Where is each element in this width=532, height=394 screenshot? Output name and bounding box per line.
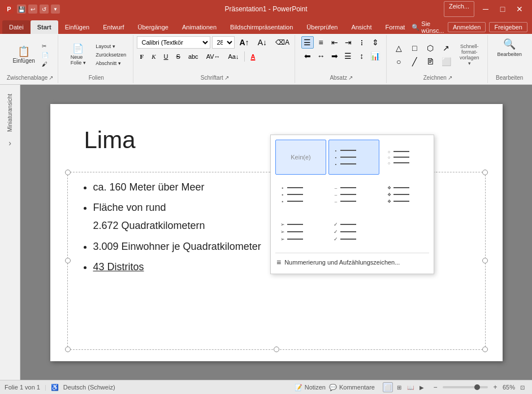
bullet-diamond-cell[interactable]: ❖ ❖ ❖ — [382, 177, 432, 212]
font-name-select[interactable]: Calibri (Textkör — [137, 36, 210, 49]
paste-button[interactable]: 📋 Einfügen — [9, 44, 38, 66]
line-spacing-button[interactable]: ↕ — [356, 50, 368, 62]
decrease-font-button[interactable]: A↓ — [254, 36, 270, 49]
shape2[interactable]: □ — [408, 42, 421, 54]
section-button[interactable]: Abschnitt ▾ — [93, 59, 128, 67]
aa-button[interactable]: Aa↓ — [224, 50, 242, 63]
bullet-line: ➢ — [280, 222, 321, 227]
bullet-none-cell[interactable]: Kein(e) — [275, 140, 326, 175]
tab-format[interactable]: Format — [378, 20, 412, 34]
shape1[interactable]: △ — [392, 42, 405, 54]
smartart-button[interactable]: 📊 — [369, 50, 382, 62]
bullet-arrow-cell[interactable]: ➢ ➢ ➢ — [275, 214, 326, 249]
shadow-button[interactable]: abc — [185, 50, 202, 63]
tab-start[interactable]: Start — [31, 20, 58, 34]
drawing-tools-label[interactable]: Zeich... — [444, 1, 474, 17]
shape4[interactable]: ↗ — [440, 42, 452, 54]
zoom-slider[interactable] — [443, 386, 488, 388]
bullet-dash-cell[interactable]: – – – — [328, 177, 379, 212]
clear-format-button[interactable]: ⌫A — [272, 36, 293, 49]
shape6[interactable]: ╱ — [408, 55, 421, 68]
expand-schriftart-icon[interactable]: ↗ — [224, 75, 229, 81]
undo-icon[interactable]: ↩ — [28, 5, 37, 14]
neue-folie-button[interactable]: 📄 NeueFolie ▾ — [64, 42, 92, 67]
redo-icon[interactable]: ↺ — [40, 5, 49, 14]
bullet-dash — [340, 239, 356, 240]
normal-view-button[interactable]: ⬜ — [383, 382, 393, 392]
increase-font-button[interactable]: A↑ — [236, 36, 253, 49]
bullet-line: ○ — [387, 155, 427, 159]
slideshow-button[interactable]: ▶ — [417, 382, 427, 392]
columns-button[interactable]: ⫶ — [356, 36, 368, 49]
notes-button[interactable]: 📝 Notizen — [295, 384, 326, 391]
customize-icon[interactable]: ▼ — [51, 5, 60, 14]
bullet-symbol: • — [334, 155, 338, 160]
handle-bl — [65, 347, 71, 352]
font-size-select[interactable]: 28 — [212, 36, 235, 49]
expand-sidebar-button[interactable]: › — [8, 138, 11, 148]
slide-sorter-button[interactable]: ⊞ — [394, 382, 404, 392]
tab-bildschirm[interactable]: Bildschirmpräsentation — [223, 20, 300, 34]
tab-entwurf[interactable]: Entwurf — [96, 20, 131, 34]
zoom-in-button[interactable]: + — [490, 382, 500, 392]
tab-uebergaenge[interactable]: Übergänge — [131, 20, 175, 34]
shape7[interactable]: 🖹 — [424, 55, 436, 68]
justify-button[interactable]: ☰ — [342, 50, 354, 62]
tab-ansicht[interactable]: Ansicht — [344, 20, 378, 34]
char-spacing-button[interactable]: AV↔ — [203, 50, 224, 63]
shape8[interactable]: ⬜ — [440, 55, 452, 68]
slide-title[interactable]: Lima — [84, 127, 136, 154]
anmelden-button[interactable]: Anmelden — [448, 22, 486, 32]
minimize-button[interactable]: ─ — [478, 1, 494, 17]
tab-einfuegen[interactable]: Einfügen — [58, 20, 96, 34]
zoom-out-button[interactable]: − — [430, 382, 440, 392]
bullet-filled-circle-cell[interactable]: • • • — [328, 140, 379, 175]
shape5[interactable]: ○ — [392, 55, 405, 68]
arrange-button[interactable]: Schnell-format-vorlagen ▾ — [456, 42, 483, 68]
tab-ueberpruefen[interactable]: Überprüfen — [300, 20, 344, 34]
group-label-zeichnen: Zeichnen ↗ — [423, 73, 452, 82]
comments-button[interactable]: 💬 Kommentare — [329, 384, 375, 391]
bullet-checkmark-cell[interactable]: ✓ ✓ ✓ — [328, 214, 379, 249]
tab-datei[interactable]: Datei — [2, 20, 31, 34]
search-ribbon[interactable]: 🔍 Sie wünsc... — [412, 20, 444, 34]
bullet-square-cell[interactable]: ▪ ▪ ▪ — [275, 177, 326, 212]
close-button[interactable]: ✕ — [512, 1, 527, 17]
bullet-circle-cell[interactable]: ○ ○ ○ — [382, 140, 432, 175]
format-painter-button[interactable]: 🖌 — [40, 60, 51, 68]
reading-view-button[interactable]: 📖 — [405, 382, 416, 392]
reset-button[interactable]: Zurücksetzen — [93, 51, 128, 59]
restore-button[interactable]: □ — [495, 1, 511, 17]
numbered-list-button[interactable]: ≡ — [315, 36, 327, 49]
zoom-thumb — [474, 384, 480, 390]
bullet-line: ▪ — [280, 192, 321, 197]
expand-zeichnen-icon[interactable]: ↗ — [448, 75, 452, 81]
underline-button[interactable]: U — [161, 50, 172, 63]
align-center-button[interactable]: ↔ — [315, 50, 327, 62]
shape3[interactable]: ⬡ — [424, 42, 436, 54]
tab-animationen[interactable]: Animationen — [175, 20, 223, 34]
bullet-symbol: ✓ — [334, 229, 338, 235]
increase-indent-button[interactable]: ⇥ — [342, 36, 354, 49]
cut-button[interactable]: ✂ — [40, 42, 51, 50]
bold-button[interactable]: F — [137, 50, 148, 63]
copy-button[interactable]: 📄 — [40, 51, 51, 59]
zwischenablage-label: Zwischenablage — [7, 75, 47, 81]
fit-slide-button[interactable]: ⊡ — [517, 382, 527, 392]
freigeben-button[interactable]: Freigeben — [489, 22, 527, 32]
layout-button[interactable]: Layout ▾ — [93, 42, 128, 50]
font-color-button[interactable]: A — [247, 50, 258, 63]
bullet-list-button[interactable]: ☰ — [301, 36, 314, 49]
align-left-button[interactable]: ⬅ — [301, 50, 314, 62]
text-direction-button[interactable]: ⇕ — [369, 36, 382, 49]
strikethrough-button[interactable]: S — [173, 50, 184, 63]
search-button[interactable]: 🔍 Bearbeiten — [494, 36, 525, 59]
expand-absatz-icon[interactable]: ↗ — [348, 75, 353, 81]
ribbon: 📋 Einfügen ✂ 📄 🖌 Zwischenablage ↗ 📄 Neue… — [0, 34, 532, 85]
italic-button[interactable]: K — [148, 50, 159, 63]
align-right-button[interactable]: ➡ — [328, 50, 341, 62]
dropdown-footer-button[interactable]: ≡ Nummerierung und Aufzählungszeichen... — [275, 256, 429, 269]
save-icon[interactable]: 💾 — [17, 5, 26, 14]
decrease-indent-button[interactable]: ⇤ — [328, 36, 341, 49]
expand-icon[interactable]: ↗ — [49, 75, 53, 81]
